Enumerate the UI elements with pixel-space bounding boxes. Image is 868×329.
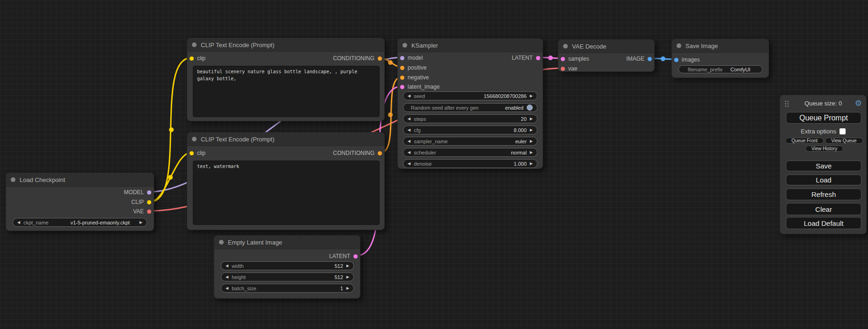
node-header[interactable]: Save Image: [672, 39, 769, 53]
samples-input[interactable]: samples: [561, 55, 589, 63]
height-widget[interactable]: ◀ height 512 ▶: [221, 273, 354, 281]
seed-widget[interactable]: ◀ seed 156680208700286 ▶: [403, 91, 537, 100]
node-vae-decode[interactable]: VAE Decode samples vae IMAGE: [558, 39, 655, 72]
negative-input-port[interactable]: [400, 76, 404, 80]
node-empty-latent-image[interactable]: Empty Latent Image LATENT ◀ width 512 ▶ …: [214, 235, 360, 299]
model-input[interactable]: model: [400, 54, 423, 62]
wire-midpoint-dot[interactable]: [169, 127, 174, 132]
node-header[interactable]: VAE Decode: [558, 40, 654, 53]
decrement-arrow[interactable]: ◀: [408, 94, 410, 98]
random-seed-toggle-widget[interactable]: Random seed after every gen enabled: [403, 103, 537, 112]
conditioning-output[interactable]: CONDITIONING: [333, 54, 382, 63]
clip-output-port[interactable]: [147, 200, 151, 204]
clear-button[interactable]: Clear: [786, 203, 861, 215]
sampler-name-widget[interactable]: ◀ sampler_name euler ▶: [403, 137, 537, 146]
increment-arrow[interactable]: ▶: [530, 94, 533, 98]
node-collapse-dot[interactable]: [677, 43, 681, 48]
increment-arrow[interactable]: ▶: [530, 128, 533, 132]
decrement-arrow[interactable]: ◀: [408, 162, 410, 166]
model-input-port[interactable]: [400, 56, 404, 60]
model-output-port[interactable]: [147, 190, 151, 195]
decrement-arrow[interactable]: ◀: [408, 128, 410, 132]
conditioning-output-port[interactable]: [378, 56, 382, 61]
load-button[interactable]: Load: [786, 175, 861, 185]
prompt-textarea[interactable]: beautiful scenery nature glass bottle la…: [193, 66, 380, 117]
prompt-textarea[interactable]: text, watermark: [193, 161, 380, 225]
increment-arrow[interactable]: ▶: [530, 162, 533, 166]
node-collapse-dot[interactable]: [192, 42, 197, 47]
increment-arrow[interactable]: ▶: [530, 117, 533, 121]
queue-front-button[interactable]: Queue Front: [785, 138, 824, 144]
latent-image-input-port[interactable]: [400, 85, 404, 89]
increment-arrow[interactable]: ▶: [346, 287, 349, 290]
node-collapse-dot[interactable]: [192, 137, 197, 141]
positive-input-port[interactable]: [400, 66, 404, 70]
refresh-button[interactable]: Refresh: [786, 189, 861, 200]
decrement-arrow[interactable]: ◀: [17, 221, 20, 224]
node-clip-text-encode-positive[interactable]: CLIP Text Encode (Prompt) clip CONDITION…: [187, 38, 385, 121]
vae-output-port[interactable]: [147, 210, 151, 214]
decrement-arrow[interactable]: ◀: [408, 117, 410, 121]
node-header[interactable]: Load Checkpoint: [6, 173, 154, 187]
ckpt-name-widget[interactable]: ◀ ckpt_name v1-5-pruned-emaonly.ckpt ▶: [13, 218, 147, 227]
increment-arrow[interactable]: ▶: [140, 221, 142, 224]
wire-midpoint-dot[interactable]: [661, 56, 665, 61]
images-input-port[interactable]: [674, 58, 678, 62]
cfg-widget[interactable]: ◀ cfg 8.000 ▶: [403, 126, 537, 134]
clip-input-port[interactable]: [190, 151, 194, 155]
samples-input-port[interactable]: [561, 57, 565, 61]
node-clip-text-encode-negative[interactable]: CLIP Text Encode (Prompt) clip CONDITION…: [187, 132, 385, 230]
node-collapse-dot[interactable]: [402, 43, 407, 48]
wire-midpoint-dot[interactable]: [548, 56, 553, 60]
negative-input[interactable]: negative: [400, 73, 429, 82]
increment-arrow[interactable]: ▶: [346, 275, 349, 279]
clip-output[interactable]: CLIP: [131, 198, 151, 206]
view-history-button[interactable]: View History: [805, 146, 843, 152]
node-header[interactable]: CLIP Text Encode (Prompt): [187, 38, 384, 52]
model-output[interactable]: MODEL: [124, 188, 151, 196]
images-input[interactable]: images: [674, 56, 700, 64]
save-button[interactable]: Save: [786, 161, 861, 171]
positive-input[interactable]: positive: [400, 63, 427, 72]
wire-midpoint-dot[interactable]: [168, 175, 173, 180]
vae-output[interactable]: VAE: [133, 207, 151, 216]
scheduler-widget[interactable]: ◀ scheduler normal ▶: [403, 148, 537, 157]
latent-output[interactable]: LATENT: [512, 54, 540, 62]
clip-input-port[interactable]: [190, 56, 194, 61]
clip-input[interactable]: clip: [190, 149, 205, 157]
denoise-widget[interactable]: ◀ denoise 1.000 ▶: [403, 159, 537, 168]
steps-widget[interactable]: ◀ steps 20 ▶: [403, 114, 537, 123]
clip-input[interactable]: clip: [190, 54, 205, 63]
wire-midpoint-dot[interactable]: [388, 60, 393, 65]
extra-options-checkbox[interactable]: [840, 128, 846, 134]
decrement-arrow[interactable]: ◀: [226, 287, 228, 290]
settings-gear-icon[interactable]: ⚙: [855, 98, 862, 109]
vae-input-port[interactable]: [561, 67, 565, 71]
increment-arrow[interactable]: ▶: [346, 264, 349, 268]
node-collapse-dot[interactable]: [219, 240, 224, 245]
batch-size-widget[interactable]: ◀ batch_size 1 ▶: [221, 284, 354, 293]
node-ksampler[interactable]: KSampler model positive negative latent_…: [397, 38, 543, 169]
decrement-arrow[interactable]: ◀: [408, 140, 410, 143]
vae-input[interactable]: vae: [561, 64, 577, 73]
node-collapse-dot[interactable]: [563, 44, 568, 49]
node-header[interactable]: KSampler: [398, 39, 543, 52]
decrement-arrow[interactable]: ◀: [408, 151, 410, 154]
latent-output[interactable]: LATENT: [329, 252, 358, 260]
node-graph-canvas[interactable]: Load Checkpoint MODEL CLIP VAE ◀ ckpt_na…: [0, 0, 868, 329]
width-widget[interactable]: ◀ width 512 ▶: [221, 261, 354, 270]
node-save-image[interactable]: Save Image images filename_prefix ComfyU…: [671, 39, 769, 78]
view-queue-button[interactable]: View Queue: [825, 138, 863, 144]
filename-prefix-widget[interactable]: filename_prefix ComfyUI: [678, 65, 762, 73]
conditioning-output[interactable]: CONDITIONING: [333, 149, 382, 157]
node-load-checkpoint[interactable]: Load Checkpoint MODEL CLIP VAE ◀ ckpt_na…: [6, 173, 154, 231]
latent-output-port[interactable]: [353, 254, 358, 259]
wire-midpoint-dot[interactable]: [388, 112, 393, 117]
decrement-arrow[interactable]: ◀: [226, 264, 228, 268]
latent-image-input[interactable]: latent_image: [400, 83, 440, 91]
conditioning-output-port[interactable]: [378, 151, 382, 155]
load-default-button[interactable]: Load Default: [786, 217, 861, 229]
node-header[interactable]: Empty Latent Image: [214, 236, 360, 249]
toggle-knob[interactable]: [527, 105, 533, 111]
latent-output-port[interactable]: [536, 56, 540, 60]
